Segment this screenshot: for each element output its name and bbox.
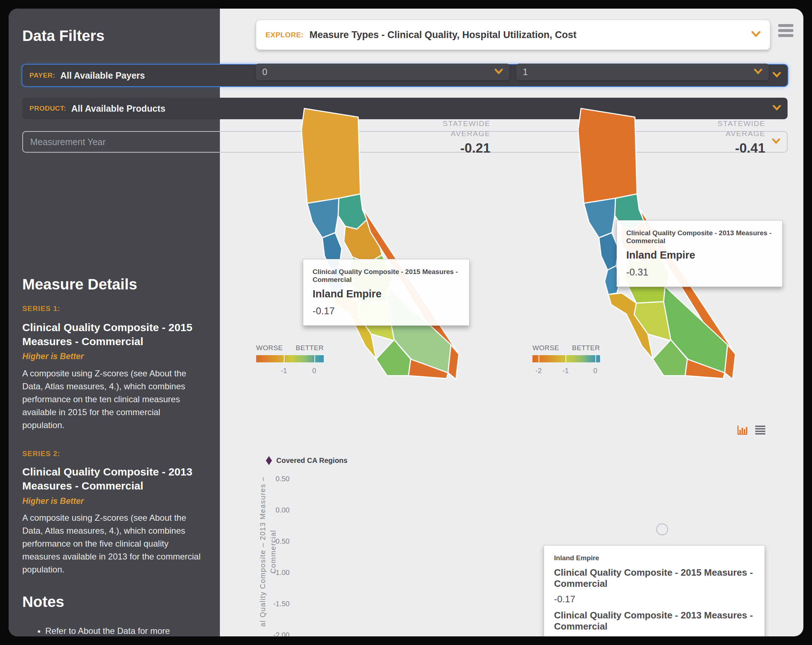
chevron-down-icon [495,69,503,75]
legend-tick-label: -1 [281,367,287,375]
series2-direction: Higher is Better [22,496,84,506]
statewide-average-value: -0.21 [408,141,490,156]
scatter-tooltip: Inland Empire Clinical Quality Composite… [543,545,765,636]
hamburger-menu-icon[interactable] [778,23,793,38]
series2-title: Clinical Quality Composite - 2013 Measur… [22,465,206,493]
data-filters-title: Data Filters [22,27,204,44]
measurement-year-placeholder: Measurement Year [30,137,105,147]
tooltip-measure2: Clinical Quality Composite - 2013 Measur… [554,610,754,632]
series2-description: A composite using Z-scores (see About th… [22,511,205,576]
legend-better-label: BETTER [572,344,600,352]
payer-label: PAYER: [29,72,55,79]
legend-better-label: BETTER [296,344,324,352]
explore-dropdown[interactable]: EXPLORE: Measure Types - Clinical Qualit… [256,20,770,50]
series1-select[interactable]: 0 [256,64,510,81]
statewide-average-value: -0.41 [683,141,765,156]
tooltip-measure1: Clinical Quality Composite - 2015 Measur… [554,567,754,589]
series2-label: SERIES 2: [22,450,60,458]
chevron-down-icon [772,72,781,79]
series1-select-value: 0 [262,67,267,77]
legend-tick [595,355,596,362]
series1-label: SERIES 1: [22,305,60,313]
legend-tick [566,355,566,362]
legend-gradient-bar: -10 [256,355,324,362]
legend-tick-label: -1 [562,367,569,375]
legend-worse-label: WORSE [256,344,283,352]
series2-select-value: 1 [523,67,528,77]
notes-list: Refer to About the Data for more informa… [22,625,202,636]
tooltip-value: -0.17 [313,306,460,317]
color-legend-series1: WORSE BETTER -10 [256,344,324,362]
bar-chart-icon[interactable] [737,424,748,436]
chevron-down-icon [751,31,761,38]
notes-title: Notes [22,593,64,610]
explore-label: EXPLORE: [266,31,304,39]
map-tooltip-series1: Clinical Quality Composite - 2015 Measur… [303,259,470,326]
tooltip-measure: Clinical Quality Composite - 2015 Measur… [313,268,460,284]
app-window: Data Filters PAYER: All Available Payers… [0,0,812,645]
notes-item: Refer to About the Data for more informa… [45,625,202,636]
payer-value: All Available Payers [60,70,145,81]
tooltip-value: -0.31 [626,267,773,278]
chevron-down-icon [772,105,781,112]
color-legend-series2: WORSE BETTER -2-10 [533,344,600,362]
product-value: All Available Products [71,104,165,114]
legend-tick-label: 0 [593,367,597,375]
measure-details-title: Measure Details [22,276,137,293]
scatter-legend-label: Covered CA Regions [276,456,348,465]
legend-tick-label: 0 [312,367,316,375]
chevron-down-icon [772,139,780,145]
scatter-y-axis-title: al Quality Composite – 2013 Measures – C… [258,477,278,627]
legend-tick [539,355,539,362]
diamond-icon [266,456,272,465]
series2-select[interactable]: 1 [516,64,769,81]
series1-title: Clinical Quality Composite - 2015 Measur… [22,320,206,348]
scatter-legend[interactable]: Covered CA Regions [266,456,348,465]
legend-gradient-bar: -2-10 [533,355,600,362]
map-tooltip-series2: Clinical Quality Composite - 2013 Measur… [617,220,783,287]
statewide-average-series2: STATEWIDEAVERAGE -0.41 [683,119,765,156]
series1-description: A composite using Z-scores (see About th… [22,367,205,432]
y-tick-label: -2.00 [256,631,290,637]
statewide-average-series1: STATEWIDEAVERAGE -0.21 [408,119,490,156]
dashboard-page: Data Filters PAYER: All Available Payers… [9,9,803,636]
list-icon[interactable] [754,424,766,436]
series1-direction: Higher is Better [22,352,84,361]
tooltip-measure: Clinical Quality Composite - 2013 Measur… [626,229,773,245]
legend-worse-label: WORSE [533,344,559,352]
chevron-down-icon [754,69,762,75]
legend-tick-label: -2 [535,367,542,375]
tooltip-value1: -0.17 [554,594,754,605]
legend-tick [284,355,285,362]
legend-tick [314,355,315,362]
explore-value: Measure Types - Clinical Quality, Hospit… [309,29,576,41]
tooltip-region: Inland Empire [626,249,773,261]
product-label: PRODUCT: [29,105,66,113]
tooltip-region: Inland Empire [554,554,754,562]
tooltip-region: Inland Empire [313,288,460,300]
